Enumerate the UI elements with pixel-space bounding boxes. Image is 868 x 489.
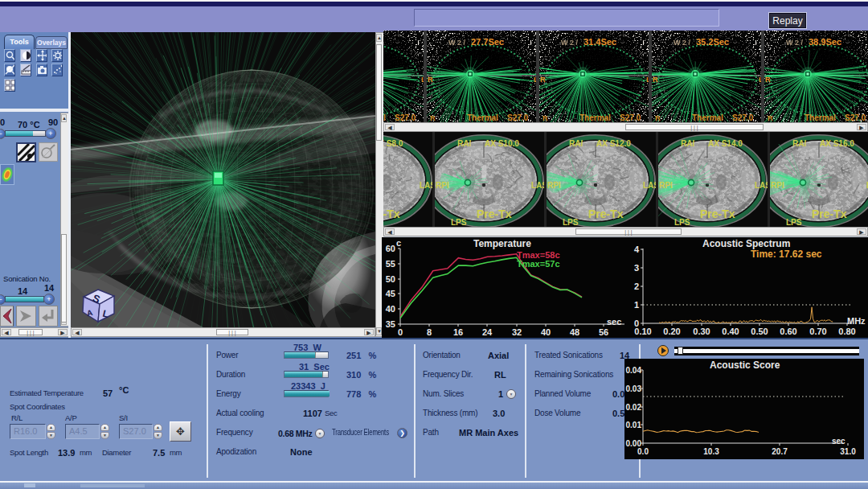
svg-text:35.2Sec: 35.2Sec [696, 37, 729, 47]
svg-text:31.4Sec: 31.4Sec [583, 37, 616, 47]
svg-text:0.70: 0.70 [809, 327, 826, 336]
svg-text:40: 40 [541, 327, 551, 337]
svg-text:S27.0: S27.0 [507, 113, 529, 122]
svg-text:RAI: RAI [681, 139, 694, 148]
svg-text:S27.0: S27.0 [395, 113, 416, 122]
svg-text:Thermal: Thermal [692, 113, 723, 122]
svg-text:LPS: LPS [451, 218, 467, 227]
svg-text:sec: sec [832, 437, 845, 446]
svg-text:R: R [655, 114, 661, 122]
svg-text:32: 32 [512, 327, 522, 337]
svg-text:AX S12.0: AX S12.0 [596, 139, 631, 148]
svg-text:0.50: 0.50 [751, 327, 768, 336]
svg-text:W 2 /: W 2 / [448, 39, 466, 47]
svg-text:Pre-Tx: Pre-Tx [477, 208, 512, 220]
svg-text:24: 24 [482, 327, 493, 337]
svg-text:Pre-Tx: Pre-Tx [588, 208, 624, 220]
svg-text:R: R [768, 114, 773, 122]
svg-text:LPS: LPS [674, 218, 690, 227]
svg-text:0.30: 0.30 [693, 327, 710, 336]
svg-text:Acoustic Spectrum: Acoustic Spectrum [702, 238, 790, 249]
svg-text:R: R [540, 76, 546, 84]
svg-text:3: 3 [634, 263, 639, 273]
svg-text:31.0: 31.0 [840, 447, 856, 456]
svg-text:RPI: RPI [771, 181, 784, 190]
svg-text:Tmax=57c: Tmax=57c [517, 259, 560, 269]
svg-text:RAI: RAI [569, 139, 583, 148]
svg-text:Pre-Tx: Pre-Tx [812, 208, 847, 220]
svg-text:4: 4 [634, 244, 640, 254]
svg-text:Time: 17.62 sec: Time: 17.62 sec [751, 249, 822, 260]
svg-text:16: 16 [453, 327, 463, 337]
svg-text:48: 48 [570, 327, 579, 337]
svg-text:50: 50 [386, 274, 395, 284]
svg-text:c: c [396, 238, 401, 248]
svg-text:0.02: 0.02 [626, 403, 642, 412]
svg-text:R: R [653, 76, 658, 84]
svg-text:AX S16.0: AX S16.0 [820, 139, 854, 148]
svg-text:2: 2 [634, 281, 639, 291]
svg-text:0.03: 0.03 [626, 384, 642, 393]
svg-text:0.0: 0.0 [637, 447, 649, 456]
svg-text:R: R [428, 76, 433, 84]
svg-text:Temperature: Temperature [473, 238, 531, 249]
svg-text:56: 56 [599, 327, 608, 337]
svg-text:AX S10.0: AX S10.0 [485, 139, 519, 148]
svg-text:sec: sec [607, 317, 621, 327]
svg-text:27.7Sec: 27.7Sec [471, 37, 504, 47]
svg-text:Pre-Tx: Pre-Tx [700, 208, 735, 220]
svg-text:Thermal: Thermal [383, 113, 386, 122]
svg-text:Pre-Tx: Pre-Tx [383, 208, 400, 220]
svg-text:0.01: 0.01 [626, 421, 642, 429]
svg-text:0.20: 0.20 [663, 327, 680, 336]
svg-text:AX S8.0: AX S8.0 [383, 139, 403, 148]
svg-text:W 2 /: W 2 / [786, 39, 804, 47]
svg-text:AX S14.0: AX S14.0 [708, 139, 743, 148]
svg-text:Thermal: Thermal [467, 113, 498, 122]
svg-text:R: R [765, 76, 771, 84]
svg-text:LPS: LPS [786, 218, 802, 227]
svg-text:45: 45 [386, 289, 395, 298]
svg-text:0: 0 [398, 327, 403, 337]
svg-text:40: 40 [386, 304, 395, 314]
svg-text:RAI: RAI [792, 139, 806, 148]
svg-text:R: R [542, 114, 548, 122]
svg-text:RPI: RPI [436, 181, 449, 190]
svg-text:10.3: 10.3 [703, 447, 719, 456]
svg-text:20.7: 20.7 [772, 447, 788, 456]
svg-text:60: 60 [386, 244, 395, 253]
svg-text:W 2 /: W 2 / [561, 39, 579, 47]
svg-text:Acoustic Score: Acoustic Score [710, 360, 780, 371]
svg-text:55: 55 [386, 259, 395, 269]
svg-text:1: 1 [634, 300, 639, 310]
svg-text:RPI: RPI [659, 181, 673, 190]
svg-text:S27.0: S27.0 [845, 113, 866, 122]
svg-text:0.60: 0.60 [780, 327, 796, 336]
svg-text:35: 35 [386, 319, 395, 329]
svg-text:S27.0: S27.0 [732, 113, 754, 122]
svg-text:0.10: 0.10 [634, 327, 651, 336]
svg-text:MHz: MHz [847, 316, 866, 326]
svg-text:W 2 /: W 2 / [674, 39, 691, 47]
svg-text:0.40: 0.40 [722, 327, 739, 336]
svg-text:S27.0: S27.0 [620, 113, 641, 122]
svg-text:38.9Sec: 38.9Sec [809, 37, 841, 47]
svg-text:RPI: RPI [547, 181, 561, 190]
svg-text:0.04: 0.04 [626, 366, 642, 375]
svg-text:Thermal: Thermal [579, 113, 611, 122]
svg-text:RAI: RAI [457, 139, 471, 148]
svg-text:Thermal: Thermal [805, 113, 836, 122]
svg-text:R: R [430, 114, 436, 122]
svg-text:LPS: LPS [563, 218, 579, 227]
svg-text:8: 8 [427, 327, 432, 337]
svg-text:0.80: 0.80 [838, 327, 855, 336]
